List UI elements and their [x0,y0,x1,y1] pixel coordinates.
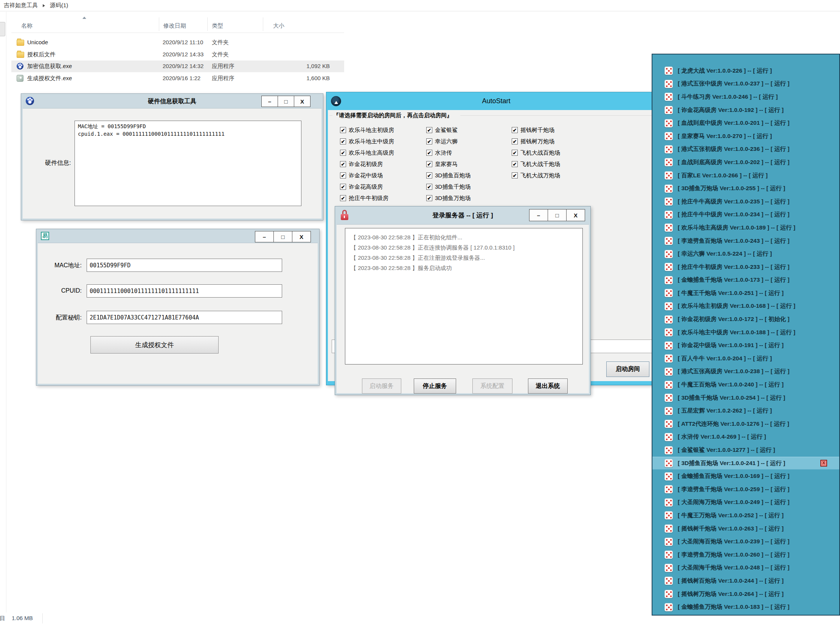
checkbox-box[interactable]: ✔ [512,173,518,179]
room-row[interactable]: [ 摇钱树百炮场 Ver:1.0.0-244 ] -- [ 运行 ] [652,574,839,588]
room-row[interactable]: [ 抢庄牛牛高级房 Ver:1.0.0-235 ] -- [ 运行 ] [652,195,839,208]
room-close-button[interactable]: X [820,460,827,466]
room-row[interactable]: [ 欢乐斗地主中级房 Ver:1.0.0-188 ] -- [ 运行 ] [652,326,839,339]
room-row[interactable]: [ 牛魔王千炮场 Ver:1.0.0-251 ] -- [ 运行 ] [652,287,839,300]
room-row[interactable]: [ 大圣闹海千炮场 Ver:1.0.0-248 ] -- [ 运行 ] [652,561,839,575]
checkbox-box[interactable]: ✔ [340,173,346,179]
room-row[interactable]: [ 龙虎大战 Ver:1.0.0-226 ] -- [ 运行 ] [652,64,839,78]
close-button[interactable]: X [292,231,311,243]
room-row[interactable]: [ 血战到底中级房 Ver:1.0.0-201 ] -- [ 运行 ] [652,117,839,130]
room-row[interactable]: [ 血战到底高级房 Ver:1.0.0-202 ] -- [ 运行 ] [652,156,839,169]
room-row[interactable]: [ 港式五张高级房 Ver:1.0.0-238 ] -- [ 运行 ] [652,365,839,378]
room-row[interactable]: [ ATT2代连环炮 Ver:1.0.0-1276 ] -- [ 运行 ] [652,417,839,431]
nav-scroll-thumb[interactable] [0,22,5,36]
checkbox-box[interactable]: ✔ [512,138,518,145]
room-row[interactable]: [ 诈金花中级场 Ver:1.0.0-191 ] -- [ 运行 ] [652,339,839,352]
room-row[interactable]: [ 抢庄牛牛初级房 Ver:1.0.0-233 ] -- [ 运行 ] [652,261,839,274]
cpuid-field[interactable]: 00011111100010111111101111111111 [87,285,282,298]
room-row[interactable]: [ 李逵劈鱼万炮场 Ver:1.0.0-260 ] -- [ 运行 ] [652,548,839,561]
checkbox-box[interactable]: ✔ [426,150,432,156]
minimize-button[interactable]: – [529,209,548,221]
checkbox-box[interactable]: ✔ [340,138,346,145]
room-row[interactable]: [ 港式五张中级房 Ver:1.0.0-237 ] -- [ 运行 ] [652,78,839,91]
checkbox-box[interactable]: ✔ [512,150,518,156]
checkbox-box[interactable]: ✔ [426,161,432,167]
checkbox-水浒传[interactable]: ✔水浒传 [426,148,452,158]
room-row[interactable]: [ 3D捕鱼万炮场 Ver:1.0.0-255 ] -- [ 运行 ] [652,182,839,195]
room-row[interactable]: [ 摇钱树万炮场 Ver:1.0.0-264 ] -- [ 运行 ] [652,588,839,601]
room-row[interactable]: [ 抢庄牛牛中级房 Ver:1.0.0-234 ] -- [ 运行 ] [652,208,839,222]
mac-field[interactable]: 00155D99F9FD [87,259,282,272]
key-field[interactable]: 2E1DA7E1D07A33CC471271A81E77604A [87,311,282,324]
checkbox-欢乐斗地主初级房[interactable]: ✔欢乐斗地主初级房 [340,125,394,135]
server-button-停止服务[interactable]: 停止服务 [414,378,456,393]
room-row[interactable]: [ 大圣闹海万炮场 Ver:1.0.0-249 ] -- [ 运行 ] [652,496,839,509]
file-row[interactable]: 授权后文件2020/9/12 14:33文件夹 [11,49,344,61]
room-row[interactable]: [ 金蟾捕鱼万炮场 Ver:1.0.0-183 ] -- [ 运行 ] [652,600,839,614]
room-row[interactable]: [ 幸运六狮 Ver:1.0.5-224 ] -- [ 运行 ] [652,247,839,261]
checkbox-诈金花高级房[interactable]: ✔诈金花高级房 [340,182,383,192]
checkbox-金鲨银鲨[interactable]: ✔金鲨银鲨 [426,125,457,135]
checkbox-幸运六狮[interactable]: ✔幸运六狮 [426,136,457,147]
checkbox-诈金花初级房[interactable]: ✔诈金花初级房 [340,159,383,169]
checkbox-3D捕鱼万炮场[interactable]: ✔3D捕鱼万炮场 [426,193,470,204]
room-row[interactable]: [ 李逵劈鱼千炮场 Ver:1.0.0-259 ] -- [ 运行 ] [652,483,839,496]
checkbox-box[interactable]: ✔ [512,161,518,167]
checkbox-box[interactable]: ✔ [340,127,346,133]
file-row[interactable]: 生成授权文件.exe2020/9/16 1:22应用程序1,600 KB [11,73,344,84]
file-row[interactable]: 加密信息获取.exe2020/9/12 14:32应用程序1,092 KB [11,61,344,72]
checkbox-3D捕鱼千炮场[interactable]: ✔3D捕鱼千炮场 [426,182,470,192]
room-row[interactable]: [ 牛魔王万炮场 Ver:1.0.0-252 ] -- [ 运行 ] [652,509,839,522]
checkbox-飞机大战千炮场[interactable]: ✔飞机大战千炮场 [512,159,560,169]
room-row[interactable]: [ 水浒传 Ver:1.0.4-269 ] -- [ 运行 ] [652,431,839,444]
room-row[interactable]: [ 诈金花高级房 Ver:1.0.0-192 ] -- [ 运行 ] [652,104,839,117]
room-row[interactable]: [ 金蟾捕鱼百炮场 Ver:1.0.0-169 ] -- [ 运行 ] [652,470,839,483]
room-row[interactable]: [ 金鲨银鲨 Ver:1.0.0-1277 ] -- [ 运行 ] [652,443,839,457]
room-row[interactable]: [ 斗牛练习房 Ver:1.0.0-246 ] -- [ 运行 ] [652,90,839,104]
room-row[interactable]: [ 皇家赛马 Ver:1.0.0-270 ] -- [ 运行 ] [652,130,839,143]
room-row[interactable]: [ 李逵劈鱼百炮场 Ver:1.0.0-243 ] -- [ 运行 ] [652,235,839,248]
room-row[interactable]: [ 五星宏辉 Ver:1.0.2-262 ] -- [ 运行 ] [652,404,839,417]
generate-license-button[interactable]: 生成授权文件 [90,336,219,353]
checkbox-摇钱树万炮场[interactable]: ✔摇钱树万炮场 [512,136,554,147]
room-row[interactable]: [ 百人牛牛 Ver:1.0.0-204 ] -- [ 运行 ] [652,352,839,365]
checkbox-box[interactable]: ✔ [426,195,432,201]
checkbox-box[interactable]: ✔ [340,195,346,201]
checkbox-欢乐斗地主高级房[interactable]: ✔欢乐斗地主高级房 [340,148,394,158]
maximize-button[interactable]: □ [274,231,292,243]
room-row[interactable]: [ 百家LE Ver:1.0.0-266 ] -- [ 运行 ] [652,169,839,182]
room-row[interactable]: [ 牛魔王百炮场 Ver:1.0.0-240 ] -- [ 运行 ] [652,378,839,391]
checkbox-box[interactable]: ✔ [340,184,346,190]
checkbox-box[interactable]: ✔ [340,161,346,167]
checkbox-box[interactable]: ✔ [512,127,518,133]
room-row[interactable]: [ 3D捕鱼千炮场 Ver:1.0.0-254 ] -- [ 运行 ] [652,391,839,404]
room-row[interactable]: [ 摇钱树千炮场 Ver:1.0.0-263 ] -- [ 运行 ] [652,522,839,535]
room-row[interactable]: [ 诈金花初级房 Ver:1.0.0-172 ] -- [ 初始化 ] [652,312,839,326]
room-row[interactable]: [ 3D捕鱼百炮场 Ver:1.0.0-241 ] -- [ 运行 ]X [652,457,839,470]
checkbox-3D捕鱼百炮场[interactable]: ✔3D捕鱼百炮场 [426,170,470,181]
checkbox-box[interactable]: ✔ [426,138,432,145]
room-row[interactable]: [ 欢乐斗地主初级房 Ver:1.0.0-168 ] -- [ 运行 ] [652,300,839,313]
maximize-button[interactable]: □ [278,96,294,107]
room-row[interactable]: [ 大圣闹海百炮场 Ver:1.0.0-239 ] -- [ 运行 ] [652,535,839,548]
checkbox-飞机大战万炮场[interactable]: ✔飞机大战万炮场 [512,170,560,181]
checkbox-欢乐斗地主中级房[interactable]: ✔欢乐斗地主中级房 [340,136,394,147]
checkbox-摇钱树千炮场[interactable]: ✔摇钱树千炮场 [512,125,554,135]
server-log-panel[interactable]: 【 2023-08-30 22:58:28 】正在初始化组件...【 2023-… [345,228,583,364]
checkbox-抢庄牛牛初级房[interactable]: ✔抢庄牛牛初级房 [340,193,389,204]
checkbox-飞机大战百炮场[interactable]: ✔飞机大战百炮场 [512,148,560,158]
minimize-button[interactable]: – [261,96,278,107]
maximize-button[interactable]: □ [548,209,566,221]
close-button[interactable]: X [566,209,585,221]
room-row[interactable]: [ 港式五张初级房 Ver:1.0.0-236 ] -- [ 运行 ] [652,143,839,156]
checkbox-诈金花中级场[interactable]: ✔诈金花中级场 [340,170,383,181]
start-rooms-button[interactable]: 启动房间 [606,361,649,377]
minimize-button[interactable]: – [255,231,274,243]
checkbox-皇家赛马[interactable]: ✔皇家赛马 [426,159,457,169]
server-button-退出系统[interactable]: 退出系统 [528,378,568,393]
hardware-info-textarea[interactable]: MAC地址 = 00155D99F9FDcpuid.1.eax = 000111… [75,121,302,206]
checkbox-box[interactable]: ✔ [340,150,346,156]
close-button[interactable]: X [294,96,311,107]
room-row[interactable]: [ 欢乐斗地主高级房 Ver:1.0.0-189 ] -- [ 运行 ] [652,221,839,235]
file-row[interactable]: Unicode2020/9/12 11:10文件夹 [11,37,344,48]
